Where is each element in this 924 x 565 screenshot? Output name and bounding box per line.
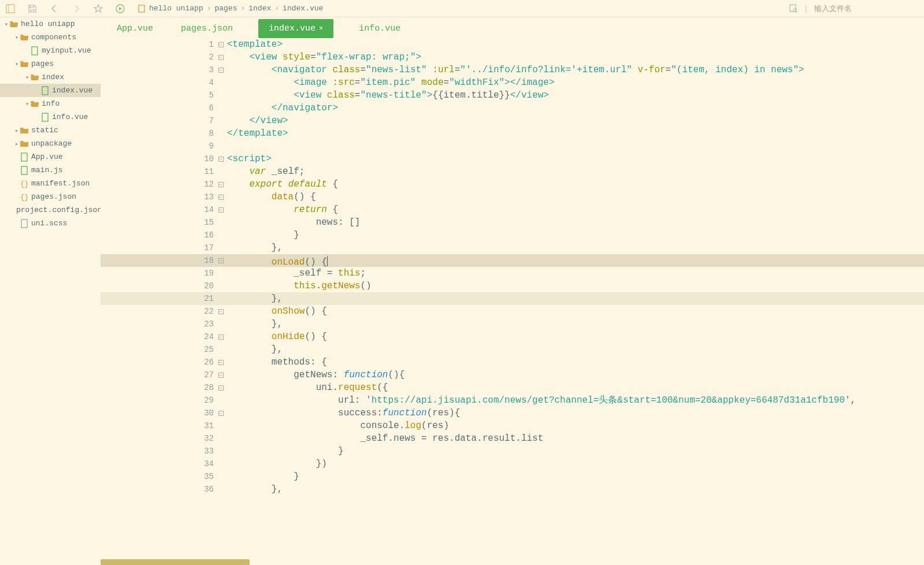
- code-line[interactable]: 32 _self.news = res.data.result.list: [101, 432, 924, 445]
- fold-marker[interactable]: −: [216, 254, 225, 267]
- tree-item[interactable]: info.vue: [0, 110, 101, 124]
- code-line[interactable]: 8</template>: [101, 127, 924, 140]
- code-line[interactable]: 31 console.log(res): [101, 419, 924, 432]
- breadcrumb[interactable]: hello uniapp › pages › index › index.vue: [138, 4, 323, 13]
- code-line[interactable]: 4 <image :src="item.pic" mode="widthFix"…: [101, 76, 924, 89]
- fold-marker[interactable]: [216, 483, 225, 496]
- fold-marker[interactable]: −: [216, 356, 225, 369]
- editor-tab[interactable]: pages.json: [179, 19, 235, 38]
- back-icon[interactable]: [50, 4, 59, 13]
- tree-item[interactable]: index.vue: [0, 84, 101, 97]
- tree-root[interactable]: ▾ hello uniapp: [0, 17, 101, 31]
- star-icon[interactable]: [94, 4, 103, 13]
- fold-marker[interactable]: [216, 76, 225, 89]
- code-line[interactable]: 21 },: [101, 292, 924, 305]
- fold-marker[interactable]: −: [216, 407, 225, 419]
- fold-marker[interactable]: −: [216, 330, 225, 343]
- code-line[interactable]: 36 },: [101, 483, 924, 496]
- horizontal-scrollbar[interactable]: [101, 559, 250, 565]
- code-line[interactable]: 16 }: [101, 229, 924, 241]
- code-line[interactable]: 11 var _self;: [101, 165, 924, 178]
- breadcrumb-item[interactable]: hello uniapp: [149, 4, 203, 13]
- fold-marker[interactable]: [216, 165, 225, 178]
- code-line[interactable]: 2− <view style="flex-wrap: wrap;">: [101, 51, 924, 64]
- fold-marker[interactable]: −: [216, 153, 225, 165]
- tree-item[interactable]: myinput.vue: [0, 44, 101, 57]
- fold-marker[interactable]: −: [216, 38, 225, 51]
- breadcrumb-item[interactable]: index: [248, 4, 271, 13]
- tree-item[interactable]: {}project.config.json: [0, 203, 101, 217]
- code-line[interactable]: 13− data() {: [101, 191, 924, 203]
- code-line[interactable]: 33 }: [101, 445, 924, 458]
- breadcrumb-item[interactable]: pages: [214, 4, 237, 13]
- fold-marker[interactable]: [216, 458, 225, 470]
- code-line[interactable]: 27− getNews: function(){: [101, 369, 924, 381]
- search-input[interactable]: [814, 4, 918, 13]
- save-icon[interactable]: [28, 4, 37, 13]
- code-line[interactable]: 29 url: 'https://api.jisuapi.com/news/ge…: [101, 394, 924, 407]
- code-line[interactable]: 6 </navigator>: [101, 102, 924, 114]
- close-icon[interactable]: ×: [319, 25, 323, 33]
- fold-marker[interactable]: [216, 318, 225, 330]
- code-line[interactable]: 25 },: [101, 343, 924, 356]
- code-line[interactable]: 34 }): [101, 458, 924, 470]
- fold-marker[interactable]: −: [216, 369, 225, 381]
- fold-marker[interactable]: −: [216, 203, 225, 216]
- code-line[interactable]: 30− success:function(res){: [101, 407, 924, 419]
- code-line[interactable]: 3− <navigator class="news-list" :url="'.…: [101, 64, 924, 76]
- fold-marker[interactable]: [216, 267, 225, 280]
- code-editor[interactable]: 1−<template>2− <view style="flex-wrap: w…: [101, 38, 924, 565]
- code-line[interactable]: 24− onHide() {: [101, 330, 924, 343]
- fold-marker[interactable]: −: [216, 381, 225, 394]
- fold-marker[interactable]: [216, 394, 225, 407]
- code-line[interactable]: 26− methods: {: [101, 356, 924, 369]
- code-line[interactable]: 1−<template>: [101, 38, 924, 51]
- fold-marker[interactable]: −: [216, 191, 225, 203]
- fold-marker[interactable]: [216, 419, 225, 432]
- file-explorer[interactable]: ▾ hello uniapp ▾componentsmyinput.vue▾pa…: [0, 17, 101, 565]
- tree-item[interactable]: {}manifest.json: [0, 177, 101, 190]
- code-line[interactable]: 20 this.getNews(): [101, 280, 924, 292]
- code-line[interactable]: 15 news: []: [101, 216, 924, 229]
- tree-item[interactable]: ▾pages: [0, 57, 101, 70]
- code-line[interactable]: 7 </view>: [101, 114, 924, 127]
- editor-tab[interactable]: info.vue: [357, 19, 403, 38]
- tree-item[interactable]: ▸static: [0, 124, 101, 137]
- tree-item[interactable]: ▾index: [0, 70, 101, 84]
- app-menu-icon[interactable]: [6, 4, 15, 13]
- code-line[interactable]: 23 },: [101, 318, 924, 330]
- code-line[interactable]: 18− onLoad() {: [101, 254, 924, 267]
- fold-marker[interactable]: [216, 343, 225, 356]
- code-line[interactable]: 28− uni.request({: [101, 381, 924, 394]
- code-line[interactable]: 9: [101, 140, 924, 153]
- tree-item[interactable]: App.vue: [0, 150, 101, 163]
- fold-marker[interactable]: −: [216, 64, 225, 76]
- code-line[interactable]: 14− return {: [101, 203, 924, 216]
- fold-marker[interactable]: [216, 280, 225, 292]
- code-line[interactable]: 19 _self = this;: [101, 267, 924, 280]
- code-line[interactable]: 12− export default {: [101, 178, 924, 191]
- editor-tab[interactable]: index.vue ×: [258, 19, 333, 38]
- tree-item[interactable]: uni.scss: [0, 217, 101, 230]
- editor-tab[interactable]: App.vue: [114, 19, 155, 38]
- run-icon[interactable]: [116, 4, 125, 13]
- tree-item[interactable]: ▾components: [0, 31, 101, 44]
- fold-marker[interactable]: [216, 432, 225, 445]
- fold-marker[interactable]: [216, 102, 225, 114]
- file-search-icon[interactable]: [789, 4, 798, 13]
- fold-marker[interactable]: −: [216, 178, 225, 191]
- code-line[interactable]: 10−<script>: [101, 153, 924, 165]
- tree-item[interactable]: main.js: [0, 163, 101, 177]
- fold-marker[interactable]: [216, 127, 225, 140]
- fold-marker[interactable]: −: [216, 51, 225, 64]
- fold-marker[interactable]: [216, 140, 225, 153]
- tree-item[interactable]: ▾info: [0, 97, 101, 110]
- forward-icon[interactable]: [72, 4, 81, 13]
- fold-marker[interactable]: [216, 216, 225, 229]
- code-line[interactable]: 5 <view class="news-title">{{item.title}…: [101, 89, 924, 102]
- fold-marker[interactable]: [216, 114, 225, 127]
- tree-item[interactable]: {}pages.json: [0, 190, 101, 203]
- code-line[interactable]: 22− onShow() {: [101, 305, 924, 318]
- code-line[interactable]: 17 },: [101, 241, 924, 254]
- fold-marker[interactable]: [216, 292, 225, 305]
